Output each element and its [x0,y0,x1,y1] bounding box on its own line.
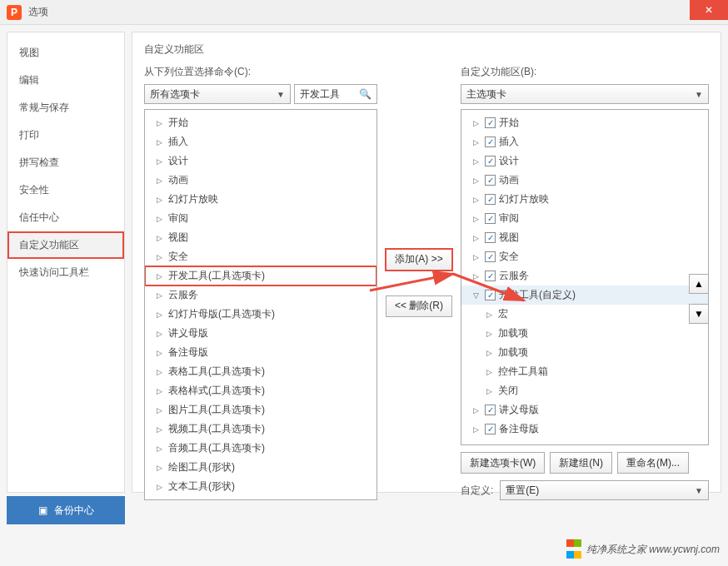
caret-right-icon: ▷ [473,406,481,415]
dropdown-value: 所有选项卡 [150,87,200,102]
tree-row[interactable]: ▷插入 [145,132,376,151]
tree-row[interactable]: ▷幻灯片放映 [145,190,376,209]
tree-row[interactable]: ▷表格工具(工具选项卡) [145,362,376,381]
tree-label: 幻灯片母版(工具选项卡) [168,307,275,321]
tree-label: 云服务 [499,269,529,283]
ribbon-target-dropdown[interactable]: 主选项卡 ▼ [461,84,709,104]
right-tree[interactable]: ▷✓开始▷✓插入▷✓设计▷✓动画▷✓幻灯片放映▷✓审阅▷✓视图▷✓安全▷✓云服务… [461,109,709,445]
tree-label: 视图 [168,231,188,245]
left-tree[interactable]: ▷开始▷插入▷设计▷动画▷幻灯片放映▷审阅▷视图▷安全▷开发工具(工具选项卡)▷… [144,109,377,500]
tree-row[interactable]: ▷备注母版 [145,343,376,362]
checkbox[interactable]: ✓ [485,137,496,147]
move-up-button[interactable]: ▲ [689,274,709,294]
caret-right-icon: ▷ [157,349,165,357]
tree-row[interactable]: ▷视频工具(工具选项卡) [145,420,376,439]
tree-row[interactable]: ▷✓开始 [461,113,708,132]
sidebar-item[interactable]: 常规与保存 [7,94,124,122]
caret-right-icon: ▷ [157,330,165,338]
tree-row[interactable]: ▷加载项 [461,343,708,362]
tree-row[interactable]: ▷✓安全 [461,247,708,266]
tree-label: 加载项 [498,345,528,360]
new-tab-button[interactable]: 新建选项卡(W) [461,452,545,474]
caret-right-icon: ▷ [486,310,495,319]
sidebar-item[interactable]: 自定义功能区 [7,231,124,259]
caret-right-icon: ▷ [486,330,495,338]
checkbox[interactable]: ✓ [485,271,496,281]
tree-row[interactable]: ▷宏 [461,305,708,324]
caret-right-icon: ▷ [486,368,495,376]
tree-row[interactable]: ▷✓视图 [461,228,708,247]
tree-label: 视频工具(工具选项卡) [168,422,265,436]
custom-label: 自定义: [461,484,493,498]
rename-button[interactable]: 重命名(M)... [617,452,689,474]
backup-center-button[interactable]: ▣ 备份中心 [7,496,125,524]
tree-label: 备注母版 [168,345,208,360]
tree-row[interactable]: ▷加载项 [461,324,708,343]
checkbox[interactable]: ✓ [485,194,496,205]
commands-from-dropdown[interactable]: 所有选项卡 ▼ [144,84,291,104]
tree-row[interactable]: ▷图片工具(工具选项卡) [145,400,376,420]
checkbox[interactable]: ✓ [485,156,496,166]
checkbox[interactable]: ✓ [485,290,496,300]
caret-right-icon: ▷ [473,234,481,242]
tree-row[interactable]: ▷✓动画 [461,171,708,190]
sidebar-item[interactable]: 视图 [7,39,124,67]
backup-label: 备份中心 [54,504,94,518]
tree-row[interactable]: ▷开始 [145,113,376,132]
checkbox[interactable]: ✓ [485,405,496,415]
checkbox[interactable]: ✓ [485,175,496,186]
sidebar-item[interactable]: 快速访问工具栏 [7,259,124,286]
tree-row[interactable]: ▷视图 [145,228,376,247]
remove-button[interactable]: << 删除(R) [386,295,452,317]
sidebar-item[interactable]: 打印 [7,122,124,149]
tree-row[interactable]: ▷幻灯片母版(工具选项卡) [145,305,376,324]
caret-right-icon: ▷ [157,234,165,242]
tree-row[interactable]: ▷控件工具箱 [461,362,708,381]
close-button[interactable]: ✕ [690,0,728,20]
tree-row[interactable]: ▷设计 [145,151,376,171]
tree-row[interactable]: ▷✓讲义母版 [461,400,708,420]
tree-row[interactable]: ▷✓插入 [461,132,708,151]
arrow-down-icon: ▼ [694,308,704,320]
caret-right-icon: ▷ [157,291,165,300]
chevron-down-icon: ▼ [695,486,703,495]
tree-row[interactable]: ▽✓开发工具(自定义) [461,285,708,305]
tree-label: 开发工具(工具选项卡) [168,269,265,283]
checkbox[interactable]: ✓ [485,251,496,262]
command-search-input[interactable]: 开发工具 🔍 [294,84,377,104]
sidebar-item[interactable]: 安全性 [7,176,124,204]
caret-right-icon: ▷ [473,425,481,434]
checkbox[interactable]: ✓ [485,117,496,128]
tree-row[interactable]: ▷动画 [145,171,376,190]
checkbox[interactable]: ✓ [485,424,496,434]
caret-right-icon: ▷ [157,215,165,223]
tree-row[interactable]: ▷讲义母版 [145,324,376,343]
checkbox[interactable]: ✓ [485,213,496,224]
tree-row[interactable]: ▷文本工具(形状) [145,477,376,496]
tree-row[interactable]: ▷关闭 [461,381,708,400]
sidebar-item[interactable]: 信任中心 [7,204,124,231]
tree-row[interactable]: ▷开发工具(工具选项卡) [145,266,376,285]
tree-label: 表格工具(工具选项卡) [168,365,265,379]
tree-row[interactable]: ▷绘图工具(形状) [145,458,376,477]
tree-row[interactable]: ▷表格样式(工具选项卡) [145,381,376,400]
tree-row[interactable]: ▷✓设计 [461,151,708,171]
tree-row[interactable]: ▷✓备注母版 [461,420,708,439]
sidebar-item[interactable]: 编辑 [7,67,124,94]
tree-row[interactable]: ▷音频工具(工具选项卡) [145,439,376,458]
checkbox[interactable]: ✓ [485,232,496,243]
tree-row[interactable]: ▷安全 [145,247,376,266]
move-down-button[interactable]: ▼ [689,304,709,324]
add-button[interactable]: 添加(A) >> [386,249,451,271]
tree-row[interactable]: ▷云服务 [145,285,376,305]
caret-right-icon: ▷ [157,138,165,146]
tree-label: 审阅 [499,211,519,226]
tree-row[interactable]: ▷审阅 [145,209,376,228]
tree-row[interactable]: ▷✓幻灯片放映 [461,190,708,209]
new-group-button[interactable]: 新建组(N) [550,452,612,474]
sidebar-item[interactable]: 拼写检查 [7,149,124,176]
chevron-down-icon: ▼ [277,90,285,99]
reset-dropdown[interactable]: 重置(E) ▼ [500,480,709,500]
tree-row[interactable]: ▷✓审阅 [461,209,708,228]
tree-row[interactable]: ▷✓云服务 [461,266,708,285]
